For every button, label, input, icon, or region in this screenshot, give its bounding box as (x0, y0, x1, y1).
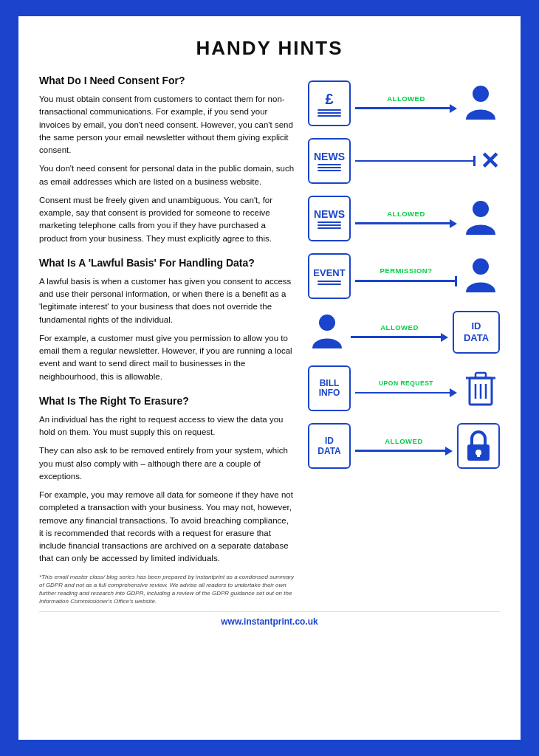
bill-info-label: BILLINFO (319, 379, 340, 398)
doc-lines-3 (317, 221, 341, 229)
person-icon-5 (308, 311, 346, 354)
person-svg-1 (464, 84, 497, 123)
lock-icon (457, 423, 500, 469)
right-column: £ ALLOWED (308, 73, 500, 605)
event-label: EVENT (313, 267, 345, 279)
doc-line (317, 227, 341, 229)
diagram-row-7: IDDATA ALLOWED (308, 423, 500, 469)
x-mark-container: ✕ (480, 149, 500, 173)
arrow-area-4: PERMISSION? (355, 267, 457, 286)
person-svg-5 (311, 313, 343, 351)
doc-lines-4 (317, 281, 341, 285)
arrow-label-7: ALLOWED (385, 437, 423, 445)
arrow-line-6 (355, 388, 457, 397)
arrow-label-4: PERMISSION? (380, 267, 433, 275)
arrow-line-5 (351, 333, 448, 342)
id-data-box-right: IDDATA (453, 311, 500, 354)
arrow-area-7: ALLOWED (355, 437, 453, 456)
svg-point-0 (473, 86, 489, 102)
arrow-line-1 (355, 104, 457, 113)
arrow-label-1: ALLOWED (387, 94, 425, 103)
news-doc-box-1: NEWS (308, 138, 351, 184)
arrow-line-7 (355, 447, 453, 456)
person-icon-1 (461, 82, 500, 125)
person-svg-3 (464, 199, 497, 238)
doc-line (317, 281, 341, 282)
arrow-label-5: ALLOWED (380, 323, 419, 331)
doc-line (317, 115, 341, 117)
footer-url: www.instantprint.co.uk (39, 611, 500, 627)
id-data-left-box: IDDATA (308, 423, 351, 469)
arrow-head (450, 219, 457, 228)
doc-line (317, 284, 341, 285)
svg-point-3 (319, 315, 335, 331)
pound-doc-box: £ (308, 80, 351, 126)
arrow-head (445, 447, 453, 456)
arrow-head (450, 388, 457, 397)
doc-line (317, 164, 341, 165)
arrow-label-3: ALLOWED (387, 210, 425, 218)
doc-lines (317, 109, 341, 117)
para-3-2: They can also ask to be removed entirely… (39, 444, 295, 483)
diagram-row-3: NEWS ALLOWED (308, 196, 500, 241)
id-data-left-label: IDDATA (317, 436, 341, 457)
para-3-1: An individual has the right to request a… (39, 413, 295, 439)
arrow-block (455, 276, 457, 286)
main-page: HANDY HINTS What Do I Need Consent For? … (18, 16, 521, 740)
doc-line (317, 170, 341, 171)
para-3-3: For example, you may remove all data for… (39, 489, 295, 566)
x-mark: ✕ (480, 148, 500, 174)
diagram-row-4: EVENT PERMISSION? (308, 253, 500, 299)
arrow-shaft (355, 280, 455, 282)
arrow-label-6: UPON REQUEST (379, 379, 433, 387)
page-title: HANDY HINTS (39, 37, 500, 60)
diagram-row-1: £ ALLOWED (308, 80, 500, 126)
arrow-shaft (355, 450, 445, 452)
arrow-block (473, 156, 476, 166)
svg-point-1 (473, 201, 489, 217)
trash-svg (465, 369, 496, 408)
trash-icon (461, 367, 500, 410)
arrow-head (450, 104, 457, 113)
arrow-area-2 (355, 156, 476, 166)
arrow-shaft (355, 107, 450, 109)
arrow-area-6: UPON REQUEST (355, 379, 457, 397)
diagram-row-6: BILLINFO UPON REQUEST (308, 365, 500, 411)
doc-line (317, 109, 341, 111)
arrow-area-3: ALLOWED (355, 210, 457, 228)
diagram-row-2: NEWS ✕ (308, 138, 500, 184)
doc-line (317, 167, 341, 168)
arrow-area-1: ALLOWED (355, 94, 457, 113)
section-heading-1: What Do I Need Consent For? (39, 73, 295, 89)
arrow-head (441, 333, 448, 342)
para-2-1: A lawful basis is when a customer has gi… (39, 275, 295, 326)
section-heading-3: What Is The Right To Erasure? (39, 394, 295, 409)
pound-symbol: £ (325, 90, 333, 108)
content-area: What Do I Need Consent For? You must obt… (39, 73, 500, 605)
id-data-label: IDDATA (464, 320, 489, 343)
news-label-1: NEWS (314, 151, 345, 163)
arrow-shaft (351, 336, 441, 338)
news-doc-box-2: NEWS (308, 196, 351, 241)
arrow-shaft (355, 392, 450, 394)
para-1-3: Consent must be freely given and unambig… (39, 194, 295, 245)
footnote: *This email master class/ blog series ha… (39, 573, 295, 606)
person-svg-4 (464, 257, 497, 295)
diagram-row-5: ALLOWED IDDATA (308, 311, 500, 354)
svg-point-2 (473, 258, 489, 275)
arrow-area-5: ALLOWED (351, 323, 448, 342)
news-label-2: NEWS (314, 208, 345, 221)
svg-rect-6 (476, 373, 486, 378)
para-1-2: You don't need consent for personal data… (39, 162, 295, 188)
left-column: What Do I Need Consent For? You must obt… (39, 73, 295, 605)
bill-info-box: BILLINFO (308, 365, 351, 411)
person-icon-3 (461, 197, 500, 240)
para-2-2: For example, a customer must give you pe… (39, 332, 295, 383)
arrow-line-4 (355, 276, 457, 286)
svg-rect-12 (477, 453, 480, 457)
doc-line (317, 112, 341, 114)
para-1-1: You must obtain consent from customers t… (39, 93, 295, 157)
arrow-line-3 (355, 219, 457, 228)
arrow-shaft (355, 160, 473, 162)
lock-svg (464, 428, 492, 464)
